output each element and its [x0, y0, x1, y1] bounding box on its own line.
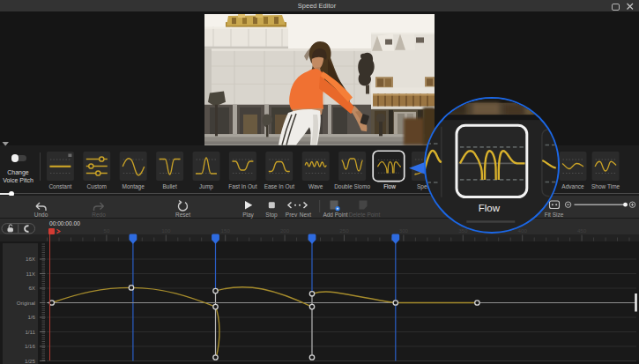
- svg-text:Flow: Flow: [479, 203, 501, 213]
